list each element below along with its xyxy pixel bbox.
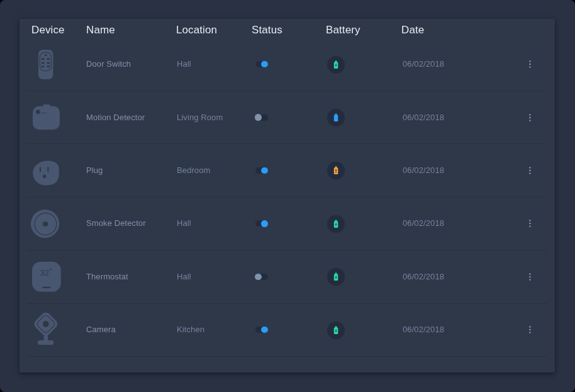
- svg-text:32: 32: [40, 269, 49, 277]
